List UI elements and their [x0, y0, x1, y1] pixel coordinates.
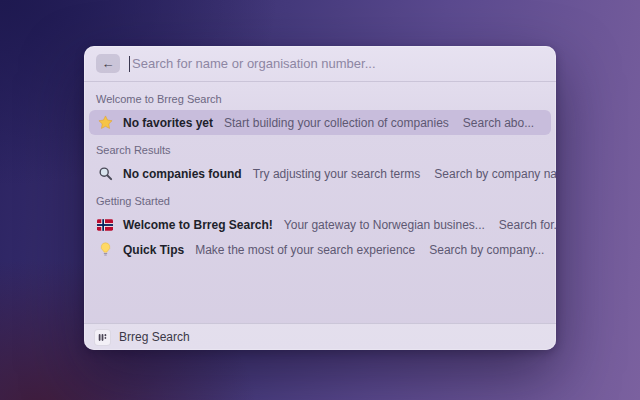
list-item-quick-tips[interactable]: Quick Tips Make the most of your search … [89, 237, 551, 262]
item-subtitle: Start building your collection of compan… [224, 116, 449, 130]
app-name-label: Brreg Search [119, 330, 190, 344]
search-input[interactable] [129, 56, 544, 71]
results-list: Welcome to Brreg Search No favorites yet… [84, 82, 556, 323]
search-bar: ← [84, 46, 556, 82]
list-item-no-favorites[interactable]: No favorites yet Start building your col… [89, 110, 551, 135]
section-header-welcome: Welcome to Brreg Search [84, 93, 556, 105]
item-extra: Search by company... [429, 243, 544, 257]
star-icon [97, 115, 113, 131]
back-button[interactable]: ← [96, 54, 120, 73]
item-title: No companies found [123, 167, 242, 181]
item-title: No favorites yet [123, 116, 213, 130]
footer-bar: Brreg Search [84, 323, 556, 350]
item-extra: Search abo... [463, 116, 534, 130]
item-title: Quick Tips [123, 243, 184, 257]
item-subtitle: Make the most of your search experience [195, 243, 415, 257]
item-subtitle: Your gateway to Norwegian busines... [284, 218, 485, 232]
item-subtitle: Try adjusting your search terms [253, 167, 421, 181]
text-caret [129, 56, 130, 72]
norway-flag-icon [97, 217, 113, 233]
search-window: ← Welcome to Brreg Search No favorites y… [84, 46, 556, 350]
magnifier-icon [97, 166, 113, 182]
list-item-no-companies[interactable]: No companies found Try adjusting your se… [89, 161, 551, 186]
list-item-welcome[interactable]: Welcome to Brreg Search! Your gateway to… [89, 212, 551, 237]
app-logo-icon [94, 329, 111, 346]
item-title: Welcome to Brreg Search! [123, 218, 273, 232]
lightbulb-icon [97, 242, 113, 258]
section-header-getting-started: Getting Started [84, 195, 556, 207]
section-header-search-results: Search Results [84, 144, 556, 156]
item-extra: Search for... [499, 218, 556, 232]
item-extra: Search by company name [434, 167, 556, 181]
